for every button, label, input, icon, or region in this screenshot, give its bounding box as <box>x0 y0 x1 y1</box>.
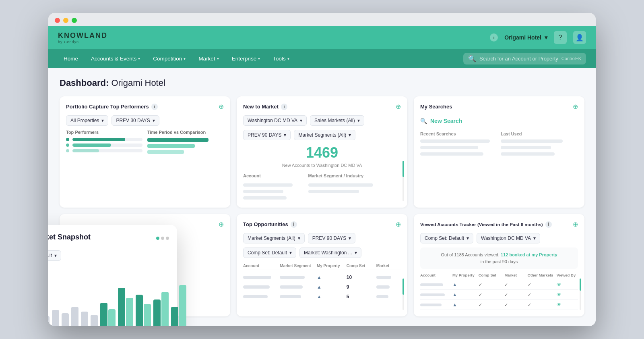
market-snapshot-card: Market Snapshot Default ▾ — — — — <box>48 225 177 326</box>
eye-icon: 👁 <box>557 302 578 308</box>
performer-row-3 <box>66 149 142 152</box>
bar-dark <box>100 303 107 326</box>
viewed-accounts-location-dropdown[interactable]: Washington DC MD VA ▾ <box>477 233 540 243</box>
nav-enterprise[interactable]: Enterprise ▾ <box>226 53 266 64</box>
new-to-market-location-dropdown[interactable]: Washington DC MD VA ▾ <box>243 115 307 126</box>
portfolio-widget-title: Portfolio Capture Top Performers i <box>66 104 158 110</box>
check-icon: ✓ <box>528 302 555 308</box>
viewed-accounts-comp-dropdown[interactable]: Comp Set: Default ▾ <box>420 233 473 243</box>
bar-dark <box>153 299 161 326</box>
new-to-market-info-icon[interactable]: i <box>281 104 287 110</box>
opps-comp-set-header: Comp Set <box>347 264 375 268</box>
tracker-market-header: Market <box>504 273 526 277</box>
nav-home[interactable]: Home <box>58 53 84 64</box>
top-opportunities-widget: Top Opportunities i ⊕ Market Segments (A… <box>237 214 407 316</box>
nav-enterprise-chevron: ▾ <box>258 56 260 61</box>
nav-tools[interactable]: Tools ▾ <box>267 53 295 64</box>
chevron-down-icon: ▾ <box>466 235 469 241</box>
scrollbar-track[interactable] <box>402 161 404 201</box>
new-to-market-segments-dropdown[interactable]: Market Segments (All) ▾ <box>294 130 355 140</box>
dot-2[interactable] <box>161 237 164 240</box>
user-icon[interactable]: 👤 <box>573 31 586 44</box>
triangle-icon: ▲ <box>452 302 477 308</box>
scrollbar-track[interactable] <box>402 279 404 310</box>
search-bar[interactable]: 🔍 Search for an Account or Property Cont… <box>463 53 586 64</box>
hotel-selector[interactable]: Origami Hotel ▾ <box>504 34 547 41</box>
bar-light <box>179 285 186 326</box>
new-to-market-header: New to Market i ⊕ <box>243 103 401 110</box>
portfolio-period-dropdown[interactable]: PREV 30 DAYS ▾ <box>111 115 159 126</box>
logo-text: KNOWLAND <box>58 31 107 40</box>
top-opportunities-comp-dropdown[interactable]: Comp Set: Default ▾ <box>243 247 296 258</box>
dashboard-grid-top: Portfolio Capture Top Performers i ⊕ All… <box>60 96 584 208</box>
new-to-market-period-dropdown[interactable]: PREV 90 DAYS ▾ <box>243 130 291 140</box>
opps-market-cell <box>376 276 401 279</box>
traffic-light-yellow[interactable] <box>63 18 68 23</box>
triangle-icon: ▲ <box>317 294 345 299</box>
last-used-header: Last Used <box>501 131 578 136</box>
scrollbar-track[interactable] <box>580 279 581 310</box>
portfolio-drag-icon[interactable]: ⊕ <box>219 103 224 110</box>
bar <box>71 307 78 326</box>
opps-market-cell <box>376 295 401 298</box>
chevron-down-icon: ▾ <box>349 235 351 241</box>
new-to-market-sales-dropdown[interactable]: Sales Markets (All) ▾ <box>310 115 364 126</box>
help-icon[interactable]: ? <box>554 31 567 44</box>
opps-market-cell <box>376 285 401 289</box>
top-opportunities-period-dropdown[interactable]: PREV 90 DAYS ▾ <box>308 233 355 243</box>
dot-3[interactable] <box>166 237 169 240</box>
market-snapshot-title: Market Snapshot <box>48 233 91 241</box>
dot-1[interactable] <box>156 237 159 240</box>
chevron-down-icon: ▾ <box>533 235 536 241</box>
bar-light <box>126 298 133 326</box>
check-icon: ✓ <box>528 292 555 297</box>
chevron-down-icon: ▾ <box>153 118 155 123</box>
nav-competition[interactable]: Competition ▾ <box>147 53 191 64</box>
market-snapshot-dropdown[interactable]: Default ▾ <box>48 250 61 261</box>
viewed-accounts-drag-icon[interactable]: ⊕ <box>573 220 578 228</box>
performer-bar-fill <box>72 149 99 152</box>
chevron-down-icon: ▾ <box>289 250 292 256</box>
browser-chrome <box>48 13 596 26</box>
top-opportunities-segments-dropdown[interactable]: Market Segments (All) ▾ <box>243 233 305 243</box>
performer-row-2 <box>66 144 142 147</box>
nav-accounts-events[interactable]: Accounts & Events ▾ <box>85 53 146 64</box>
traffic-light-red[interactable] <box>55 18 60 23</box>
obscured-drag-icon[interactable]: ⊕ <box>219 220 224 228</box>
info-icon[interactable]: i <box>490 33 498 42</box>
viewed-accounts-widget: Viewed Accounts Tracker (Viewed in the P… <box>414 214 584 316</box>
hotel-name: Origami Hotel <box>504 34 541 41</box>
chevron-down-icon: ▾ <box>300 118 302 123</box>
portfolio-info-icon[interactable]: i <box>151 104 158 110</box>
new-to-market-table-header: Account Market Segment / Industry <box>243 172 401 180</box>
performer-bar-fill <box>72 138 125 141</box>
nav-market[interactable]: Market ▾ <box>193 53 224 64</box>
portfolio-dropdowns: All Properties ▾ PREV 30 DAYS ▾ <box>66 115 224 126</box>
my-searches-drag-icon[interactable]: ⊕ <box>573 103 578 110</box>
top-performers-chart: Top Performers <box>66 130 142 156</box>
scrollbar-thumb <box>402 161 404 177</box>
page-title: Dashboard: Origami Hotel <box>60 78 584 88</box>
nav-tools-chevron: ▾ <box>287 56 289 61</box>
check-icon: ✓ <box>504 292 526 297</box>
last-used-col: Last Used <box>501 131 578 159</box>
top-opportunities-info-icon[interactable]: i <box>291 221 297 228</box>
new-to-market-drag-icon[interactable]: ⊕ <box>396 103 401 110</box>
performer-row-1 <box>66 138 142 141</box>
top-opportunities-drag-icon[interactable]: ⊕ <box>396 220 401 228</box>
page-title-prefix: Dashboard: <box>60 78 109 88</box>
portfolio-properties-dropdown[interactable]: All Properties ▾ <box>66 115 108 126</box>
tracker-highlight: 112 booked at my Property <box>501 252 557 257</box>
nav-competition-chevron: ▾ <box>184 56 186 61</box>
new-search-button[interactable]: 🔍 New Search <box>420 115 578 127</box>
nav-competition-label: Competition <box>153 56 182 62</box>
new-to-market-count-sub: New Accounts to Washington DC MD VA <box>243 163 401 168</box>
top-opportunities-market-dropdown[interactable]: Market: Washington ... ▾ <box>299 247 361 258</box>
traffic-light-green[interactable] <box>72 18 77 23</box>
comparison-label: Time Period vs Comparison <box>147 130 224 135</box>
search-icon: 🔍 <box>420 118 427 124</box>
viewed-accounts-info-icon[interactable]: i <box>545 221 552 228</box>
dots-menu <box>156 237 169 240</box>
scrollbar-thumb <box>402 279 404 295</box>
tracker-other-markets-header: Other Markets <box>528 273 555 277</box>
